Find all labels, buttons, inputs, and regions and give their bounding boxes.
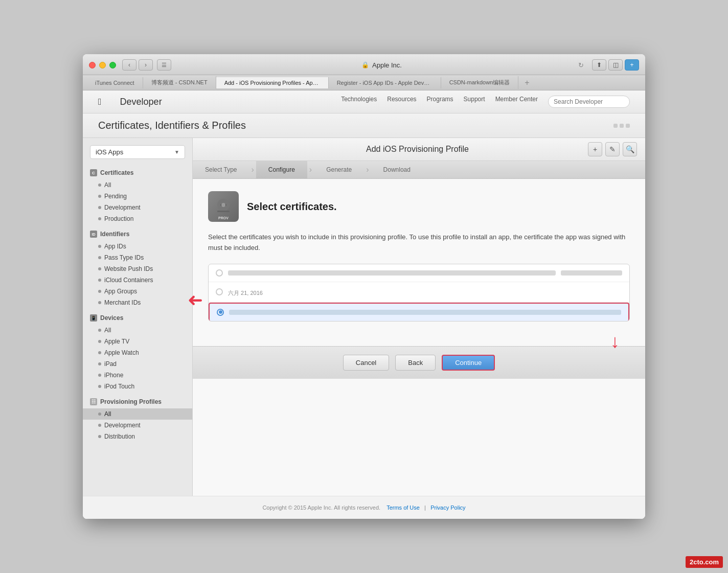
sidebar-section-devices: 📱 Devices All Apple TV Apple Watch bbox=[83, 312, 192, 392]
select-certificates-title: Select certificates. bbox=[247, 201, 337, 213]
sidebar-item-provisioning-development[interactable]: Development bbox=[83, 420, 192, 431]
bullet-icon bbox=[98, 267, 101, 270]
add-profile-button[interactable]: + bbox=[588, 142, 602, 156]
sidebar-item-app-groups[interactable]: App Groups bbox=[83, 286, 192, 297]
bullet-icon bbox=[98, 301, 101, 304]
ios-apps-selector[interactable]: iOS Apps ▼ bbox=[90, 145, 185, 159]
cert-row-2[interactable]: 六月 21, 2016 bbox=[209, 282, 629, 303]
sidebar-item-certs-pending[interactable]: Pending bbox=[83, 191, 192, 202]
refresh-button[interactable]: ↻ bbox=[574, 59, 588, 71]
tab-register[interactable]: Register - iOS App IDs - Apple Developer bbox=[329, 77, 441, 88]
new-tab-button[interactable]: + bbox=[625, 59, 639, 71]
dropdown-arrow-icon: ▼ bbox=[174, 149, 179, 155]
tab-markdown[interactable]: CSDN-markdown编辑器 bbox=[441, 76, 519, 89]
traffic-lights bbox=[89, 62, 116, 68]
tab-itunes[interactable]: iTunes Connect bbox=[87, 77, 143, 88]
bullet-icon bbox=[98, 340, 101, 343]
tab-csdn[interactable]: 博客频道 - CSDN.NET bbox=[143, 76, 216, 89]
close-button[interactable] bbox=[89, 62, 96, 68]
sidebar-item-provisioning-all[interactable]: All bbox=[83, 408, 192, 420]
new-tab-add[interactable]: + bbox=[521, 78, 532, 87]
developer-brand: Developer bbox=[120, 97, 162, 107]
identifiers-icon: ID bbox=[90, 231, 97, 238]
cert-row-3-selected[interactable] bbox=[209, 303, 629, 321]
devices-icon: 📱 bbox=[90, 314, 97, 322]
cert-radio-2[interactable] bbox=[216, 288, 223, 295]
toolbar-icons: + ✎ 🔍 bbox=[588, 142, 637, 156]
continue-button[interactable]: Continue bbox=[442, 355, 495, 371]
cert-radio-1[interactable] bbox=[216, 269, 223, 277]
arrow-to-continue: ↓ bbox=[610, 331, 620, 352]
nav-resources[interactable]: Resources bbox=[387, 96, 416, 108]
header-dot-3 bbox=[626, 124, 630, 128]
certificates-list: 六月 21, 2016 bbox=[208, 264, 630, 322]
watermark: 2cto.com bbox=[686, 556, 723, 568]
step-generate: Generate bbox=[314, 161, 364, 178]
sidebar-item-app-ids[interactable]: App IDs bbox=[83, 241, 192, 252]
terms-of-use-link[interactable]: Terms of Use bbox=[386, 505, 420, 511]
sidebar-item-merchant-ids[interactable]: Merchant IDs bbox=[83, 297, 192, 308]
bullet-icon bbox=[98, 195, 101, 198]
sidebar-item-ipod-touch[interactable]: iPod Touch bbox=[83, 381, 192, 392]
nav-technologies[interactable]: Technologies bbox=[341, 96, 377, 108]
certificates-description: Select the certificates you wish to incl… bbox=[208, 232, 630, 254]
sidebar-item-certs-all[interactable]: All bbox=[83, 179, 192, 191]
step-download: Download bbox=[371, 161, 423, 178]
search-profile-button[interactable]: 🔍 bbox=[623, 142, 637, 156]
sidebar-item-apple-watch[interactable]: Apple Watch bbox=[83, 347, 192, 358]
nav-programs[interactable]: Programs bbox=[427, 96, 453, 108]
steps-bar: Select Type › Configure › Generate › Dow… bbox=[193, 161, 645, 179]
step-arrow-1: › bbox=[249, 165, 256, 174]
main-content-area: Select certificates. Select the certific… bbox=[193, 179, 645, 346]
forward-nav-button[interactable]: › bbox=[139, 59, 153, 71]
sidebar-item-apple-tv[interactable]: Apple TV bbox=[83, 336, 192, 347]
prov-icon bbox=[208, 191, 239, 222]
sidebar-item-ipad[interactable]: iPad bbox=[83, 358, 192, 370]
devices-header: 📱 Devices bbox=[83, 312, 192, 324]
page-header-title: Certificates, Identifiers & Profiles bbox=[98, 120, 246, 131]
sidebar-item-website-push-ids[interactable]: Website Push IDs bbox=[83, 263, 192, 274]
bullet-icon bbox=[98, 206, 101, 209]
bullet-icon bbox=[98, 184, 101, 187]
cert-row-1[interactable] bbox=[209, 264, 629, 282]
back-button[interactable]: Back bbox=[395, 355, 436, 371]
share-button[interactable]: ⬆ bbox=[592, 59, 606, 71]
bullet-icon bbox=[98, 351, 101, 354]
minimize-button[interactable] bbox=[99, 62, 106, 68]
tabs-bar: iTunes Connect 博客频道 - CSDN.NET Add - iOS… bbox=[83, 75, 645, 90]
site-nav:  Developer Technologies Resources Progr… bbox=[83, 90, 645, 113]
reader-button[interactable]: ☰ bbox=[157, 59, 171, 71]
sidebar-item-certs-production[interactable]: Production bbox=[83, 213, 192, 224]
svg-rect-2 bbox=[217, 211, 230, 212]
certificates-icon: C bbox=[90, 169, 97, 176]
apple-logo-icon:  bbox=[98, 97, 102, 107]
identifiers-header: ID Identifiers bbox=[83, 228, 192, 240]
section-header: Select certificates. bbox=[208, 191, 630, 222]
browser-content:  Developer Technologies Resources Progr… bbox=[83, 90, 645, 519]
tabview-button[interactable]: ◫ bbox=[608, 59, 623, 71]
search-developer-input[interactable] bbox=[548, 96, 630, 108]
back-nav-button[interactable]: ‹ bbox=[122, 59, 136, 71]
page-header: Certificates, Identifiers & Profiles bbox=[83, 113, 645, 138]
sidebar-item-pass-type-ids[interactable]: Pass Type IDs bbox=[83, 252, 192, 263]
cert-radio-3[interactable] bbox=[217, 309, 224, 316]
content-title: Add iOS Provisioning Profile bbox=[247, 145, 588, 154]
sidebar-item-devices-all[interactable]: All bbox=[83, 325, 192, 336]
cancel-button[interactable]: Cancel bbox=[343, 355, 389, 371]
tab-provisioning[interactable]: Add - iOS Provisioning Profiles - Appl..… bbox=[216, 77, 329, 88]
sidebar-item-certs-development[interactable]: Development bbox=[83, 202, 192, 213]
sidebar-item-iphone[interactable]: iPhone bbox=[83, 370, 192, 381]
nav-support[interactable]: Support bbox=[464, 96, 485, 108]
step-select-type: Select Type bbox=[193, 161, 249, 178]
sidebar-item-provisioning-distribution[interactable]: Distribution bbox=[83, 431, 192, 442]
sidebar-item-icloud-containers[interactable]: iCloud Containers bbox=[83, 274, 192, 286]
bullet-icon bbox=[98, 256, 101, 259]
privacy-policy-link[interactable]: Privacy Policy bbox=[430, 505, 465, 511]
nav-member-center[interactable]: Member Center bbox=[495, 96, 538, 108]
browser-window: ‹ › ☰ 🔒 Apple Inc. ↻ ⬆ ◫ + iTunes Connec… bbox=[83, 54, 645, 519]
url-text: Apple Inc. bbox=[372, 61, 402, 69]
bullet-icon bbox=[98, 217, 101, 220]
maximize-button[interactable] bbox=[109, 62, 116, 68]
bullet-icon bbox=[98, 362, 101, 365]
edit-profile-button[interactable]: ✎ bbox=[605, 142, 620, 156]
